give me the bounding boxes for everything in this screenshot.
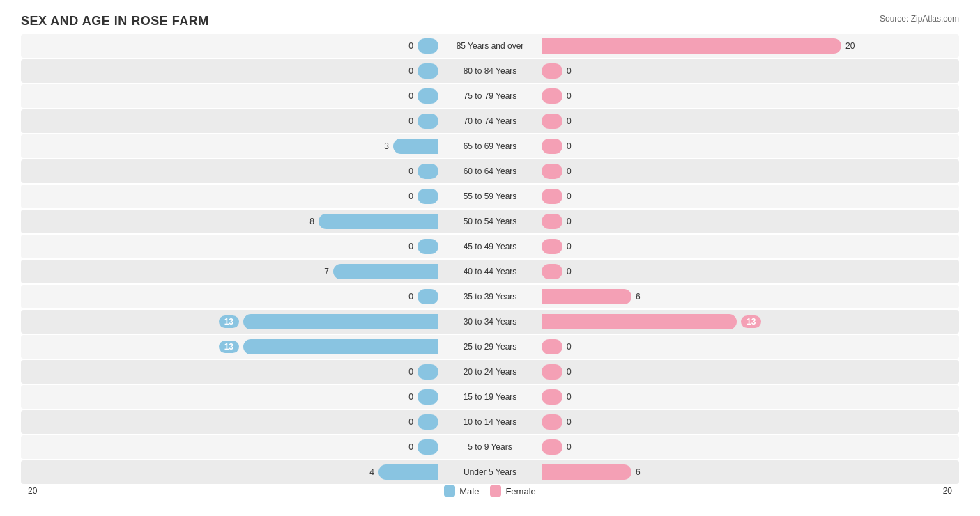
chart-row: 055 to 59 Years0 <box>21 185 959 208</box>
left-section: 13 <box>21 335 441 359</box>
age-label: 70 to 74 Years <box>441 116 539 126</box>
chart-row: 035 to 39 Years6 <box>21 285 959 308</box>
male-value: 0 <box>408 41 413 51</box>
right-section: 0 <box>539 59 959 83</box>
left-section: 0 <box>21 185 441 208</box>
chart-row: 1325 to 29 Years0 <box>21 335 959 359</box>
age-label: 40 to 44 Years <box>441 267 539 276</box>
chart-container: SEX AND AGE IN ROSE FARM Source: ZipAtla… <box>0 0 980 516</box>
chart-row: 075 to 79 Years0 <box>21 84 959 108</box>
male-value: 0 <box>408 242 413 251</box>
right-section: 6 <box>539 285 959 308</box>
female-value: 6 <box>636 292 641 302</box>
age-label: 20 to 24 Years <box>441 367 539 377</box>
left-section: 13 <box>21 310 441 334</box>
male-value: 4 <box>369 467 374 477</box>
legend-female-label: Female <box>505 486 535 497</box>
right-section: 0 <box>539 335 959 359</box>
left-section: 8 <box>21 210 441 233</box>
legend-male-icon <box>444 485 455 497</box>
left-section: 0 <box>21 435 441 459</box>
chart-row: 365 to 69 Years0 <box>21 134 959 158</box>
right-section: 0 <box>539 185 959 208</box>
male-value: 0 <box>408 392 413 402</box>
right-section: 6 <box>539 460 959 484</box>
chart-row: 740 to 44 Years0 <box>21 260 959 283</box>
left-section: 3 <box>21 134 441 158</box>
chart-row: 015 to 19 Years0 <box>21 385 959 409</box>
left-section: 0 <box>21 235 441 258</box>
female-value: 0 <box>567 367 572 377</box>
age-label: 55 to 59 Years <box>441 191 539 201</box>
left-section: 0 <box>21 285 441 308</box>
male-value: 0 <box>408 191 413 201</box>
right-section: 0 <box>539 109 959 133</box>
right-section: 0 <box>539 159 959 183</box>
left-section: 0 <box>21 59 441 83</box>
female-value: 20 <box>845 41 855 51</box>
left-section: 0 <box>21 410 441 434</box>
age-label: 60 to 64 Years <box>441 166 539 176</box>
left-section: 0 <box>21 84 441 108</box>
female-value: 0 <box>567 217 572 226</box>
chart-row: 085 Years and over20 <box>21 34 959 58</box>
male-badge: 13 <box>219 315 239 328</box>
right-section: 0 <box>539 410 959 434</box>
left-section: 0 <box>21 34 441 58</box>
footer-left-val: 20 <box>28 486 37 496</box>
age-label: 85 Years and over <box>441 41 539 51</box>
right-section: 13 <box>539 310 959 334</box>
female-value: 0 <box>567 442 572 452</box>
right-section: 0 <box>539 260 959 283</box>
chart-row: 850 to 54 Years0 <box>21 210 959 233</box>
chart-row: 05 to 9 Years0 <box>21 435 959 459</box>
left-section: 0 <box>21 385 441 409</box>
left-section: 0 <box>21 159 441 183</box>
female-value: 0 <box>567 242 572 251</box>
female-badge: 13 <box>741 315 761 328</box>
age-label: 25 to 29 Years <box>441 342 539 352</box>
female-value: 0 <box>567 116 572 126</box>
left-section: 0 <box>21 360 441 384</box>
male-value: 0 <box>408 91 413 101</box>
female-value: 0 <box>567 66 572 76</box>
legend-female-icon <box>490 485 501 497</box>
female-value: 0 <box>567 267 572 276</box>
left-section: 7 <box>21 260 441 283</box>
male-value: 0 <box>408 417 413 427</box>
source-label: Source: ZipAtlas.com <box>880 14 959 24</box>
right-section: 0 <box>539 360 959 384</box>
male-value: 0 <box>408 292 413 302</box>
age-label: 35 to 39 Years <box>441 292 539 302</box>
male-value: 0 <box>408 367 413 377</box>
age-label: 50 to 54 Years <box>441 217 539 226</box>
female-value: 6 <box>636 467 641 477</box>
right-section: 20 <box>539 34 959 58</box>
age-label: 65 to 69 Years <box>441 141 539 151</box>
female-value: 0 <box>567 392 572 402</box>
female-value: 0 <box>567 166 572 176</box>
age-label: Under 5 Years <box>441 467 539 477</box>
chart-row: 080 to 84 Years0 <box>21 59 959 83</box>
chart-row: 1330 to 34 Years13 <box>21 310 959 334</box>
chart-row: 045 to 49 Years0 <box>21 235 959 258</box>
chart-row: 010 to 14 Years0 <box>21 410 959 434</box>
female-value: 0 <box>567 417 572 427</box>
age-label: 15 to 19 Years <box>441 392 539 402</box>
age-label: 80 to 84 Years <box>441 66 539 76</box>
chart-row: 020 to 24 Years0 <box>21 360 959 384</box>
legend-female: Female <box>490 485 535 497</box>
chart-row: 060 to 64 Years0 <box>21 159 959 183</box>
female-value: 0 <box>567 342 572 352</box>
female-value: 0 <box>567 91 572 101</box>
male-value: 0 <box>408 116 413 126</box>
legend: Male Female <box>444 485 536 497</box>
right-section: 0 <box>539 134 959 158</box>
legend-male-label: Male <box>459 486 479 497</box>
left-section: 4 <box>21 460 441 484</box>
age-label: 5 to 9 Years <box>441 442 539 452</box>
male-value: 8 <box>309 217 314 226</box>
chart-footer: 20 Male Female 20 <box>21 485 959 497</box>
chart-title: SEX AND AGE IN ROSE FARM <box>21 14 959 29</box>
footer-right-val: 20 <box>943 486 952 496</box>
